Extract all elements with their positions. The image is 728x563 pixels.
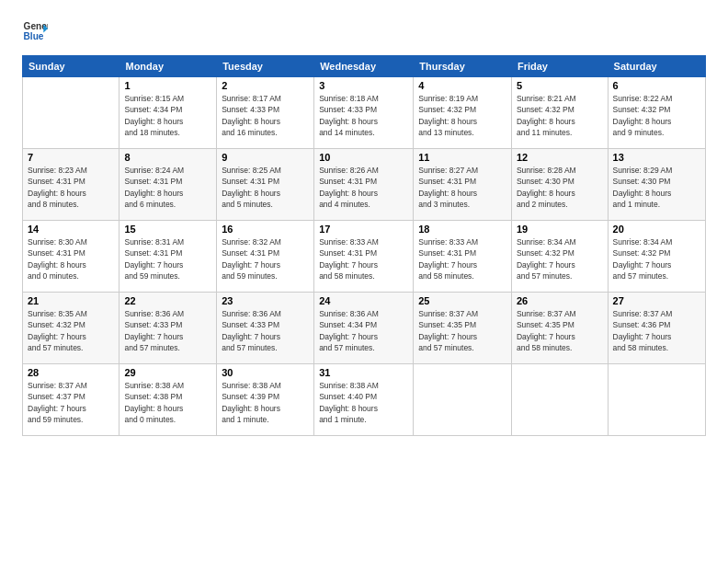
calendar-cell: 10Sunrise: 8:26 AM Sunset: 4:31 PM Dayli… — [314, 149, 414, 221]
calendar-cell: 31Sunrise: 8:38 AM Sunset: 4:40 PM Dayli… — [314, 364, 414, 436]
day-number: 24 — [319, 295, 408, 306]
day-number: 16 — [222, 224, 309, 235]
day-number: 2 — [222, 80, 309, 91]
day-info: Sunrise: 8:29 AM Sunset: 4:30 PM Dayligh… — [613, 165, 700, 210]
calendar-cell: 1Sunrise: 8:15 AM Sunset: 4:34 PM Daylig… — [119, 77, 217, 149]
day-info: Sunrise: 8:33 AM Sunset: 4:31 PM Dayligh… — [319, 236, 408, 282]
header-row: SundayMondayTuesdayWednesdayThursdayFrid… — [23, 56, 706, 77]
logo-icon: General Blue — [22, 18, 48, 44]
day-number: 1 — [124, 80, 211, 91]
day-info: Sunrise: 8:17 AM Sunset: 4:33 PM Dayligh… — [222, 93, 309, 138]
day-number: 15 — [124, 224, 211, 235]
day-info: Sunrise: 8:38 AM Sunset: 4:40 PM Dayligh… — [319, 380, 408, 425]
day-info: Sunrise: 8:32 AM Sunset: 4:31 PM Dayligh… — [222, 236, 309, 282]
day-number: 7 — [28, 152, 114, 163]
day-info: Sunrise: 8:22 AM Sunset: 4:32 PM Dayligh… — [613, 93, 700, 138]
day-number: 12 — [517, 152, 603, 163]
calendar-cell: 12Sunrise: 8:28 AM Sunset: 4:30 PM Dayli… — [511, 149, 608, 221]
header-day-sunday: Sunday — [23, 56, 119, 77]
day-info: Sunrise: 8:23 AM Sunset: 4:31 PM Dayligh… — [28, 165, 114, 210]
header: General Blue — [22, 18, 706, 44]
day-info: Sunrise: 8:35 AM Sunset: 4:32 PM Dayligh… — [28, 308, 114, 353]
day-info: Sunrise: 8:36 AM Sunset: 4:33 PM Dayligh… — [124, 308, 211, 353]
calendar-cell: 24Sunrise: 8:36 AM Sunset: 4:34 PM Dayli… — [314, 293, 414, 364]
calendar-cell: 22Sunrise: 8:36 AM Sunset: 4:33 PM Dayli… — [119, 293, 217, 364]
calendar-cell: 2Sunrise: 8:17 AM Sunset: 4:33 PM Daylig… — [217, 77, 314, 149]
calendar-cell: 3Sunrise: 8:18 AM Sunset: 4:33 PM Daylig… — [314, 77, 414, 149]
calendar-cell: 26Sunrise: 8:37 AM Sunset: 4:35 PM Dayli… — [511, 293, 608, 364]
day-number: 8 — [124, 152, 211, 163]
day-number: 18 — [418, 224, 506, 235]
week-row-5: 28Sunrise: 8:37 AM Sunset: 4:37 PM Dayli… — [23, 364, 706, 436]
calendar-cell: 21Sunrise: 8:35 AM Sunset: 4:32 PM Dayli… — [23, 293, 119, 364]
day-info: Sunrise: 8:34 AM Sunset: 4:32 PM Dayligh… — [613, 236, 700, 282]
calendar-cell — [608, 364, 705, 436]
day-number: 31 — [319, 367, 408, 378]
calendar-cell: 14Sunrise: 8:30 AM Sunset: 4:31 PM Dayli… — [23, 221, 119, 293]
day-number: 11 — [418, 152, 506, 163]
day-info: Sunrise: 8:38 AM Sunset: 4:38 PM Dayligh… — [124, 380, 211, 425]
calendar-cell: 28Sunrise: 8:37 AM Sunset: 4:37 PM Dayli… — [23, 364, 119, 436]
calendar-cell: 15Sunrise: 8:31 AM Sunset: 4:31 PM Dayli… — [119, 221, 217, 293]
day-number: 21 — [28, 295, 114, 306]
calendar-cell: 17Sunrise: 8:33 AM Sunset: 4:31 PM Dayli… — [314, 221, 414, 293]
header-day-monday: Monday — [119, 56, 217, 77]
day-info: Sunrise: 8:18 AM Sunset: 4:33 PM Dayligh… — [319, 93, 408, 138]
day-info: Sunrise: 8:30 AM Sunset: 4:31 PM Dayligh… — [28, 236, 114, 282]
day-info: Sunrise: 8:36 AM Sunset: 4:34 PM Dayligh… — [319, 308, 408, 353]
calendar-cell: 8Sunrise: 8:24 AM Sunset: 4:31 PM Daylig… — [119, 149, 217, 221]
calendar-cell: 19Sunrise: 8:34 AM Sunset: 4:32 PM Dayli… — [511, 221, 608, 293]
day-number: 19 — [517, 224, 603, 235]
day-number: 20 — [613, 224, 700, 235]
day-number: 4 — [418, 80, 506, 91]
day-number: 28 — [28, 367, 114, 378]
day-info: Sunrise: 8:15 AM Sunset: 4:34 PM Dayligh… — [124, 93, 211, 138]
day-info: Sunrise: 8:37 AM Sunset: 4:35 PM Dayligh… — [517, 308, 603, 353]
week-row-2: 7Sunrise: 8:23 AM Sunset: 4:31 PM Daylig… — [23, 149, 706, 221]
day-info: Sunrise: 8:19 AM Sunset: 4:32 PM Dayligh… — [418, 93, 506, 138]
calendar-cell: 23Sunrise: 8:36 AM Sunset: 4:33 PM Dayli… — [217, 293, 314, 364]
day-info: Sunrise: 8:24 AM Sunset: 4:31 PM Dayligh… — [124, 165, 211, 210]
day-number: 14 — [28, 224, 114, 235]
day-number: 29 — [124, 367, 211, 378]
calendar-cell: 27Sunrise: 8:37 AM Sunset: 4:36 PM Dayli… — [608, 293, 705, 364]
header-day-wednesday: Wednesday — [314, 56, 414, 77]
day-number: 9 — [222, 152, 309, 163]
day-number: 3 — [319, 80, 408, 91]
svg-text:Blue: Blue — [24, 31, 44, 41]
day-info: Sunrise: 8:21 AM Sunset: 4:32 PM Dayligh… — [517, 93, 603, 138]
day-info: Sunrise: 8:36 AM Sunset: 4:33 PM Dayligh… — [222, 308, 309, 353]
header-day-saturday: Saturday — [608, 56, 705, 77]
day-number: 25 — [418, 295, 506, 306]
day-number: 23 — [222, 295, 309, 306]
calendar-cell: 13Sunrise: 8:29 AM Sunset: 4:30 PM Dayli… — [608, 149, 705, 221]
calendar-cell: 5Sunrise: 8:21 AM Sunset: 4:32 PM Daylig… — [511, 77, 608, 149]
day-number: 27 — [613, 295, 700, 306]
calendar-cell: 16Sunrise: 8:32 AM Sunset: 4:31 PM Dayli… — [217, 221, 314, 293]
header-day-thursday: Thursday — [414, 56, 512, 77]
calendar-cell: 25Sunrise: 8:37 AM Sunset: 4:35 PM Dayli… — [414, 293, 512, 364]
day-info: Sunrise: 8:27 AM Sunset: 4:31 PM Dayligh… — [418, 165, 506, 210]
calendar-cell: 29Sunrise: 8:38 AM Sunset: 4:38 PM Dayli… — [119, 364, 217, 436]
calendar-cell: 7Sunrise: 8:23 AM Sunset: 4:31 PM Daylig… — [23, 149, 119, 221]
day-info: Sunrise: 8:28 AM Sunset: 4:30 PM Dayligh… — [517, 165, 603, 210]
day-number: 26 — [517, 295, 603, 306]
day-info: Sunrise: 8:34 AM Sunset: 4:32 PM Dayligh… — [517, 236, 603, 282]
calendar-cell: 30Sunrise: 8:38 AM Sunset: 4:39 PM Dayli… — [217, 364, 314, 436]
day-number: 17 — [319, 224, 408, 235]
day-info: Sunrise: 8:37 AM Sunset: 4:37 PM Dayligh… — [28, 380, 114, 425]
logo: General Blue — [22, 18, 48, 44]
day-info: Sunrise: 8:37 AM Sunset: 4:36 PM Dayligh… — [613, 308, 700, 353]
calendar-cell: 6Sunrise: 8:22 AM Sunset: 4:32 PM Daylig… — [608, 77, 705, 149]
week-row-1: 1Sunrise: 8:15 AM Sunset: 4:34 PM Daylig… — [23, 77, 706, 149]
page: General Blue SundayMondayTuesdayWednesda… — [0, 0, 728, 563]
day-info: Sunrise: 8:38 AM Sunset: 4:39 PM Dayligh… — [222, 380, 309, 425]
header-day-tuesday: Tuesday — [217, 56, 314, 77]
calendar-cell: 9Sunrise: 8:25 AM Sunset: 4:31 PM Daylig… — [217, 149, 314, 221]
calendar-cell: 20Sunrise: 8:34 AM Sunset: 4:32 PM Dayli… — [608, 221, 705, 293]
day-number: 10 — [319, 152, 408, 163]
day-number: 5 — [517, 80, 603, 91]
calendar-cell: 18Sunrise: 8:33 AM Sunset: 4:31 PM Dayli… — [414, 221, 512, 293]
calendar-cell — [414, 364, 512, 436]
day-info: Sunrise: 8:33 AM Sunset: 4:31 PM Dayligh… — [418, 236, 506, 282]
